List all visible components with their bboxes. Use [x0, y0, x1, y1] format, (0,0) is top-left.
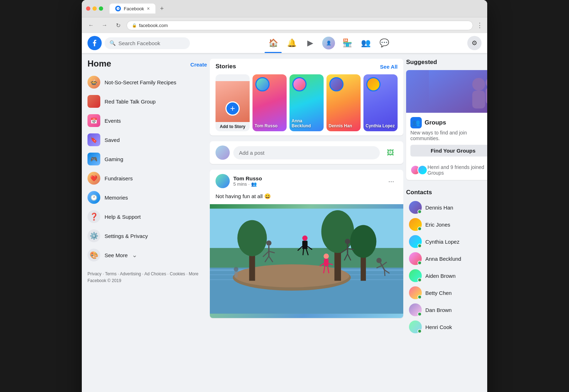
nav-bell-button[interactable]: 🔔 [283, 35, 300, 52]
svg-rect-39 [324, 259, 329, 266]
top-nav: 🔍 Search Facebook 🏠 🔔 ▶ 👤 🏪 👥 💬 ⚙ [82, 33, 487, 53]
minimize-button[interactable] [92, 6, 97, 11]
see-all-button[interactable]: See All [380, 64, 398, 70]
sidebar-item-see-more[interactable]: 🎨 See More ⌄ [85, 246, 207, 264]
sidebar-item-label: Fundraisers [105, 175, 133, 181]
contact-item-eric-jones[interactable]: Eric Jones [406, 216, 487, 233]
more-link[interactable]: More [189, 271, 198, 276]
back-button[interactable]: ← [86, 20, 96, 30]
new-tab-button[interactable]: + [157, 4, 167, 14]
sidebar-item-gaming[interactable]: 🎮 Gaming [85, 150, 207, 168]
sidebar-item-settings[interactable]: ⚙️ Settings & Privacy [85, 227, 207, 245]
contact-avatar-cynthia [409, 235, 422, 248]
cookies-link[interactable]: Cookies [170, 271, 185, 276]
add-story-card[interactable]: + Add to Story [216, 74, 250, 131]
reload-button[interactable]: ↻ [113, 20, 123, 30]
search-bar[interactable]: 🔍 Search Facebook [105, 37, 190, 49]
svg-point-47 [472, 78, 485, 91]
post-text: Not having fun at all 😄 [210, 192, 403, 204]
tab-favicon [115, 6, 121, 11]
nav-messenger-button[interactable]: 💬 [376, 35, 393, 52]
sidebar-item-family-recipes[interactable]: 🍲 Not-So-Secret Family Recipes [85, 73, 207, 91]
story-card-tom-russo[interactable]: Tom Russo [252, 74, 287, 131]
contact-item-betty-chen[interactable]: Betty Chen [406, 284, 487, 301]
browser-tabs: Facebook × + [110, 4, 483, 14]
url-bar[interactable]: 🔒 facebook.com [127, 21, 473, 30]
forward-button[interactable]: → [100, 20, 110, 30]
groups-card-content: 👥 Groups New ways to find and join commu… [406, 113, 487, 161]
nav-store-button[interactable]: 🏪 [339, 35, 356, 52]
active-tab[interactable]: Facebook × [110, 4, 155, 14]
contact-item-cynthia-lopez[interactable]: Cynthia Lopez [406, 233, 487, 250]
story-name-tom: Tom Russo [255, 123, 284, 128]
create-button[interactable]: Create [190, 62, 207, 68]
online-indicator [418, 312, 422, 316]
story-avatar-cynthia [366, 77, 381, 91]
settings-privacy-icon: ⚙️ [87, 229, 100, 242]
sidebar-item-fundraisers[interactable]: ❤️ Fundraisers [85, 169, 207, 187]
contact-name-anna: Anna Becklund [425, 256, 461, 262]
sidebar-item-memories[interactable]: 🕐 Memories [85, 188, 207, 207]
contact-name-cynthia: Cynthia Lopez [425, 239, 459, 245]
contact-item-anna-becklund[interactable]: Anna Becklund [406, 250, 487, 267]
facebook-logo[interactable] [87, 36, 102, 50]
contact-item-aiden-brown[interactable]: Aiden Brown [406, 267, 487, 284]
profile-avatar: 👤 [322, 37, 335, 49]
story-card-anna[interactable]: Anna Becklund [289, 74, 324, 131]
family-recipes-icon: 🍲 [87, 76, 100, 89]
svg-rect-45 [234, 272, 238, 278]
sidebar-item-saved[interactable]: 🔖 Saved [85, 131, 207, 149]
sidebar-item-red-table-talk[interactable]: Red Table Talk Group [85, 92, 207, 111]
ad-choices-link[interactable]: Ad Choices [144, 271, 166, 276]
contacts-title: Contacts [406, 189, 432, 196]
post-time: 5 mins [233, 181, 247, 187]
contact-name-aiden: Aiden Brown [425, 273, 456, 279]
online-indicator [418, 227, 422, 231]
post-input[interactable]: Add a post [233, 146, 380, 159]
photo-upload-button[interactable]: 🖼 [383, 145, 398, 160]
see-more-icon: 🎨 [87, 249, 100, 261]
terms-link[interactable]: Terms [105, 271, 117, 276]
joined-avatar-2 [418, 165, 427, 175]
online-indicator [418, 244, 422, 248]
groups-description: New ways to find and join communities. [410, 130, 487, 141]
contact-name-betty: Betty Chen [425, 290, 452, 296]
sidebar-title: Home [85, 59, 114, 70]
center-feed: Stories See All + Add to Story [210, 53, 403, 392]
close-button[interactable] [86, 6, 90, 11]
svg-point-26 [345, 239, 350, 244]
suggested-section: Suggested [406, 59, 487, 180]
contact-name-henri: Henri Cook [425, 324, 452, 330]
contact-item-dennis-han[interactable]: Dennis Han [406, 199, 487, 216]
nav-video-button[interactable]: ▶ [302, 35, 319, 52]
nav-people-button[interactable]: 👥 [357, 35, 374, 52]
find-groups-button[interactable]: Find Your Groups [410, 145, 487, 157]
story-card-cynthia[interactable]: Cynthia Lopez [363, 74, 398, 131]
sidebar-item-help[interactable]: ❓ Help & Support [85, 207, 207, 226]
browser-more-icon[interactable]: ⋮ [477, 21, 483, 29]
contact-item-dan-brown[interactable]: Dan Brown [406, 301, 487, 318]
contacts-header: Contacts ··· [406, 189, 487, 196]
sidebar-item-label: Memories [105, 195, 128, 201]
title-bar: Facebook × + [82, 0, 487, 17]
post-meta: 5 mins · 👥 [233, 181, 262, 187]
post-author-name[interactable]: Tom Russo [233, 175, 262, 181]
nav-home-button[interactable]: 🏠 [265, 35, 282, 52]
settings-button[interactable]: ⚙ [467, 36, 482, 50]
privacy-link[interactable]: Privacy [87, 271, 101, 276]
maximize-button[interactable] [99, 6, 103, 11]
contact-name-eric: Eric Jones [425, 222, 450, 228]
stories-grid: + Add to Story Tom Russo [216, 74, 398, 131]
contact-item-henri-cook[interactable]: Henri Cook [406, 318, 487, 335]
advertising-link[interactable]: Advertising [120, 271, 141, 276]
svg-line-24 [303, 249, 304, 255]
search-placeholder: Search Facebook [118, 40, 160, 46]
post-image [210, 204, 403, 318]
nav-profile-button[interactable]: 👤 [320, 35, 337, 52]
sidebar-item-events[interactable]: 📅 Events [85, 111, 207, 130]
story-card-dennis[interactable]: Dennis Han [326, 74, 361, 131]
sidebar-item-label: Gaming [105, 156, 123, 162]
post-more-button[interactable]: ··· [385, 175, 398, 187]
tab-close-icon[interactable]: × [147, 6, 150, 11]
svg-rect-21 [302, 241, 308, 249]
